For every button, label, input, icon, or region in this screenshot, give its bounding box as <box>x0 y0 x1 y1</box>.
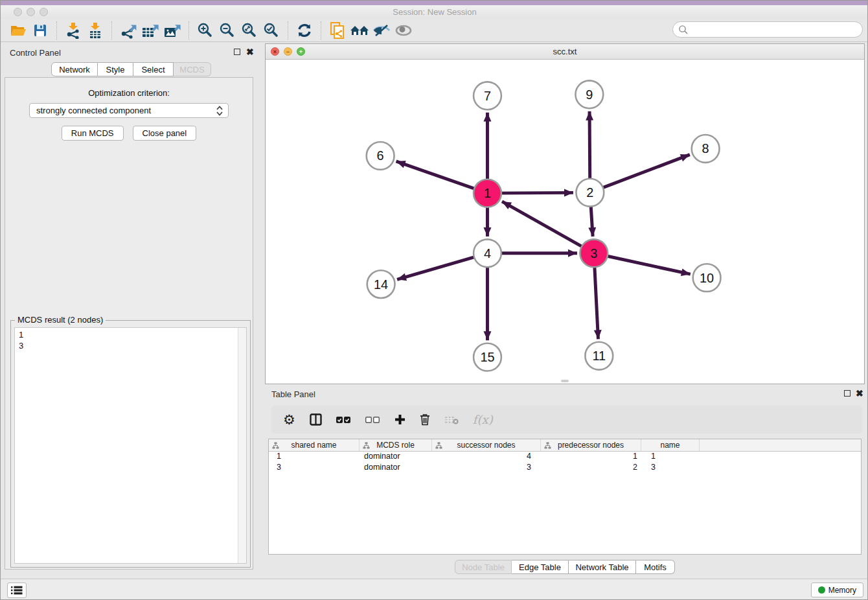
column-header-predecessor-nodes[interactable]: predecessor nodes <box>541 439 641 451</box>
mcds-result-list[interactable]: 13 <box>14 327 247 564</box>
import-network-icon[interactable] <box>62 21 84 40</box>
import-table-icon[interactable] <box>84 21 106 40</box>
column-label: name <box>660 441 680 450</box>
memory-button[interactable]: Memory <box>811 583 863 597</box>
delete-columns-icon[interactable] <box>420 413 430 426</box>
export-network-icon[interactable] <box>117 21 139 40</box>
zoom-fit-icon[interactable] <box>238 21 260 40</box>
houses-glyph <box>350 23 369 38</box>
column-header-shared-name[interactable]: shared name <box>269 439 360 451</box>
tab-edge-table[interactable]: Edge Table <box>512 560 569 574</box>
node-label-1: 1 <box>484 186 491 200</box>
show-all-views-icon[interactable] <box>348 21 371 40</box>
export-image-icon[interactable] <box>161 21 183 40</box>
cell-predecessor-nodes[interactable]: 1 <box>541 452 641 463</box>
main-toolbar <box>1 19 868 42</box>
export-table-glyph <box>141 22 159 39</box>
control-panel-tabs: NetworkStyleSelectMCDS <box>51 62 211 76</box>
cell-MCDS-role[interactable]: dominator <box>360 452 432 463</box>
edge-2-8[interactable] <box>590 155 690 193</box>
node-label-3: 3 <box>590 246 597 260</box>
float-table-panel-icon[interactable] <box>844 389 851 398</box>
export-table-icon[interactable] <box>139 21 161 40</box>
edge-3-10[interactable] <box>594 253 691 274</box>
result-item[interactable]: 1 <box>19 329 246 340</box>
tab-style[interactable]: Style <box>98 62 133 76</box>
close-panel-button[interactable]: Close panel <box>133 126 197 141</box>
mcds-result-title: MCDS result (2 nodes) <box>15 315 106 325</box>
network-graph-canvas[interactable]: 1234678910111415 <box>266 60 865 384</box>
search-input[interactable] <box>672 21 863 38</box>
close-panel-icon[interactable]: ✖ <box>246 47 254 57</box>
column-header-MCDS-role[interactable]: MCDS role <box>360 439 432 451</box>
cell-successor-nodes[interactable]: 3 <box>432 463 541 474</box>
memory-label: Memory <box>828 586 856 595</box>
run-mcds-button[interactable]: Run MCDS <box>62 126 124 141</box>
titlebar[interactable]: Session: New Session <box>1 5 868 19</box>
magnifier-fit-glyph <box>241 22 258 39</box>
node-label-7: 7 <box>484 89 491 103</box>
refresh-glyph <box>296 22 313 39</box>
cell-predecessor-nodes[interactable]: 2 <box>541 463 641 474</box>
task-history-button[interactable] <box>7 583 27 598</box>
zoom-in-icon[interactable] <box>194 21 216 40</box>
magnifier-check-glyph <box>263 22 280 39</box>
tab-select[interactable]: Select <box>133 62 174 76</box>
result-scrollbar[interactable] <box>238 328 246 563</box>
cell-shared-name[interactable]: 1 <box>269 452 360 463</box>
tab-node-table[interactable]: Node Table <box>455 560 512 574</box>
delete-table-icon[interactable] <box>444 415 459 424</box>
float-panel-icon[interactable] <box>234 48 240 57</box>
table-toolbar: ⚙ f(x) <box>271 406 862 433</box>
function-builder-icon[interactable]: f(x) <box>473 413 493 426</box>
toggle-column-view-icon[interactable] <box>310 413 322 426</box>
result-item[interactable]: 3 <box>19 340 246 351</box>
column-label: successor nodes <box>457 441 515 450</box>
cell-successor-nodes[interactable]: 4 <box>432 452 541 463</box>
mcds-panel: Optimization criterion: strongly connect… <box>5 77 253 570</box>
save-session-icon[interactable] <box>29 21 51 40</box>
node-table[interactable]: shared nameMCDS rolesuccessor nodesprede… <box>268 439 862 555</box>
import-table-glyph <box>87 22 103 39</box>
open-file-icon[interactable] <box>7 21 29 40</box>
float-box-glyph <box>234 49 240 55</box>
toolbar-separator <box>288 21 288 40</box>
node-table-header: shared nameMCDS rolesuccessor nodesprede… <box>269 439 861 452</box>
add-column-icon[interactable] <box>394 414 405 425</box>
hide-graphics-details-icon[interactable] <box>371 21 393 40</box>
tab-network-table[interactable]: Network Table <box>569 560 636 574</box>
cell-MCDS-role[interactable]: dominator <box>360 463 432 474</box>
tree-column-icon <box>272 442 279 449</box>
clone-network-icon[interactable] <box>326 21 348 40</box>
deselect-all-columns-icon[interactable] <box>365 416 380 424</box>
horizontal-scroll-handle[interactable] <box>561 380 569 382</box>
column-header-successor-nodes[interactable]: successor nodes <box>432 439 541 451</box>
tree-column-icon <box>435 442 442 449</box>
table-row[interactable]: 1dominator411 <box>269 452 861 463</box>
criterion-value: strongly connected component <box>36 106 151 115</box>
column-header-name[interactable]: name <box>641 439 700 451</box>
select-stepper-icon <box>215 104 224 117</box>
close-table-panel-icon[interactable]: ✖ <box>856 388 863 398</box>
zoom-selected-icon[interactable] <box>260 21 282 40</box>
zoom-out-icon[interactable] <box>216 21 238 40</box>
settings-gear-icon[interactable]: ⚙ <box>283 412 295 428</box>
cell-name[interactable]: 3 <box>641 463 700 474</box>
mcds-result-items: 13 <box>15 328 246 351</box>
node-table-body: 1dominator4113dominator323 <box>269 452 861 474</box>
tab-mcds[interactable]: MCDS <box>174 62 211 76</box>
column-label: shared name <box>291 441 336 450</box>
table-row[interactable]: 3dominator323 <box>269 463 861 474</box>
node-label-6: 6 <box>377 148 384 163</box>
tab-motifs[interactable]: Motifs <box>636 560 675 574</box>
criterion-select[interactable]: strongly connected component <box>29 103 229 118</box>
cell-shared-name[interactable]: 3 <box>269 463 360 474</box>
network-window-titlebar[interactable]: × − + scc.txt <box>266 44 864 60</box>
cell-name[interactable]: 1 <box>641 452 700 463</box>
toolbar-separator <box>188 21 189 40</box>
tab-network[interactable]: Network <box>51 62 98 76</box>
refresh-view-icon[interactable] <box>293 21 315 40</box>
edge-3-1[interactable] <box>502 202 594 253</box>
show-graphics-details-icon[interactable] <box>393 21 415 40</box>
select-all-columns-icon[interactable] <box>336 416 351 424</box>
